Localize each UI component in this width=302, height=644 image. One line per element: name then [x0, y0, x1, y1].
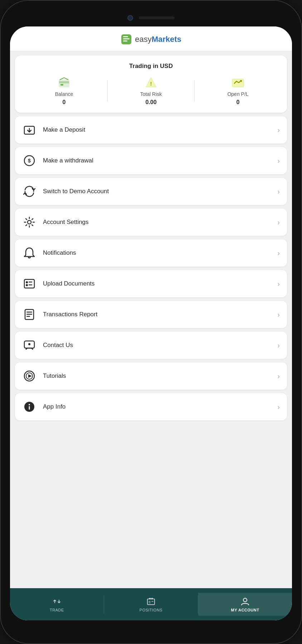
svg-point-14	[26, 281, 28, 283]
pl-icon	[232, 76, 244, 89]
menu-item-contact[interactable]: Contact Us ›	[15, 332, 287, 359]
stat-pl: Open P/L 0	[195, 76, 281, 106]
svg-point-16	[26, 284, 28, 286]
deposit-icon	[23, 123, 36, 136]
trading-stats: Balance 0 ! Total Risk 0.00	[21, 76, 281, 106]
contact-icon-wrap	[22, 338, 36, 352]
balance-value: 0	[63, 99, 66, 106]
svg-rect-28	[29, 406, 30, 410]
tutorials-icon-wrap	[22, 369, 36, 383]
tutorials-label: Tutorials	[43, 372, 271, 380]
svg-rect-19	[26, 312, 32, 313]
speaker	[139, 16, 175, 19]
menu-item-notifications[interactable]: Notifications ›	[15, 239, 287, 267]
documents-chevron: ›	[277, 280, 280, 288]
menu-item-settings[interactable]: Account Settings ›	[15, 209, 287, 236]
svg-rect-32	[151, 598, 153, 599]
transactions-label: Transactions Report	[43, 311, 271, 318]
myaccount-icon	[240, 596, 250, 606]
svg-rect-2	[123, 40, 127, 42]
nav-item-myaccount[interactable]: MY ACCOUNT	[198, 593, 292, 616]
trading-title: Trading in USD	[21, 63, 281, 70]
notifications-label: Notifications	[43, 249, 271, 257]
contact-chevron: ›	[277, 341, 280, 350]
svg-rect-6	[60, 84, 63, 86]
menu-item-deposit[interactable]: Make a Deposit ›	[15, 116, 287, 143]
notifications-chevron: ›	[277, 249, 280, 257]
appinfo-chevron: ›	[277, 403, 280, 411]
appinfo-icon-wrap	[22, 400, 36, 414]
svg-rect-13	[24, 279, 34, 288]
svg-point-33	[243, 598, 247, 602]
demo-chevron: ›	[277, 187, 280, 196]
deposit-icon-wrap	[22, 123, 36, 137]
svg-point-12	[28, 220, 31, 224]
app-header: easyMarkets	[10, 26, 292, 51]
contact-icon	[23, 339, 36, 352]
svg-rect-17	[29, 284, 32, 286]
svg-marker-26	[28, 374, 32, 378]
demo-icon-wrap	[22, 184, 36, 199]
risk-value: 0.00	[145, 99, 156, 106]
content-scroll: Trading in USD Balance 0	[10, 51, 292, 588]
menu-item-tutorials[interactable]: Tutorials ›	[15, 362, 287, 390]
svg-rect-15	[29, 282, 32, 283]
svg-text:$: $	[28, 158, 31, 164]
svg-rect-3	[123, 36, 128, 37]
documents-label: Upload Documents	[43, 280, 271, 287]
withdrawal-label: Make a withdrawal	[43, 157, 271, 164]
pl-value: 0	[237, 99, 240, 106]
logo: easyMarkets	[121, 34, 181, 45]
tutorials-icon	[23, 370, 36, 382]
risk-label: Total Risk	[140, 91, 162, 97]
stat-balance: Balance 0	[21, 76, 107, 106]
menu-item-documents[interactable]: Upload Documents ›	[15, 270, 287, 297]
svg-rect-21	[26, 316, 30, 317]
deposit-chevron: ›	[277, 126, 280, 134]
report-icon	[23, 308, 36, 321]
positions-icon	[146, 596, 156, 606]
notifications-icon-wrap	[22, 246, 36, 260]
tutorials-chevron: ›	[277, 372, 280, 380]
trading-card: Trading in USD Balance 0	[15, 55, 287, 113]
trade-icon	[52, 596, 62, 606]
appinfo-label: App Info	[43, 403, 271, 410]
svg-rect-1	[123, 38, 130, 39]
transactions-chevron: ›	[277, 311, 280, 319]
settings-label: Account Settings	[43, 219, 271, 226]
menu-item-appinfo[interactable]: App Info ›	[15, 393, 287, 420]
svg-rect-31	[149, 598, 151, 599]
demo-label: Switch to Demo Account	[43, 188, 271, 195]
trade-nav-label: TRADE	[50, 608, 64, 612]
bell-icon	[23, 247, 36, 259]
svg-rect-5	[59, 81, 69, 83]
svg-text:!: !	[150, 81, 152, 87]
documents-icon	[23, 277, 36, 290]
settings-icon-wrap	[22, 215, 36, 229]
camera	[127, 15, 133, 21]
nav-item-positions[interactable]: POSITIONS	[104, 593, 198, 616]
myaccount-nav-label: MY ACCOUNT	[231, 608, 259, 612]
risk-icon: !	[145, 76, 157, 89]
nav-item-trade[interactable]: TRADE	[10, 593, 104, 616]
balance-icon	[58, 76, 70, 89]
phone-frame: easyMarkets Trading in USD	[0, 0, 302, 644]
notch-bar	[10, 11, 292, 25]
svg-point-29	[29, 404, 30, 405]
menu-item-demo[interactable]: Switch to Demo Account ›	[15, 178, 287, 205]
withdrawal-chevron: ›	[277, 157, 280, 165]
menu-item-transactions[interactable]: Transactions Report ›	[15, 301, 287, 328]
bottom-nav: TRADE POSITIONS MY ACCOUNT	[10, 588, 292, 620]
stat-risk: ! Total Risk 0.00	[108, 76, 194, 106]
svg-rect-8	[232, 79, 244, 87]
logo-text: easyMarkets	[135, 35, 181, 44]
documents-icon-wrap	[22, 277, 36, 291]
svg-rect-30	[147, 599, 155, 605]
gear-icon	[23, 216, 36, 229]
switch-icon	[23, 185, 36, 198]
balance-label: Balance	[55, 91, 73, 97]
positions-nav-label: POSITIONS	[140, 608, 162, 612]
pl-label: Open P/L	[227, 91, 248, 97]
deposit-label: Make a Deposit	[43, 126, 271, 133]
menu-item-withdrawal[interactable]: $ Make a withdrawal ›	[15, 147, 287, 174]
